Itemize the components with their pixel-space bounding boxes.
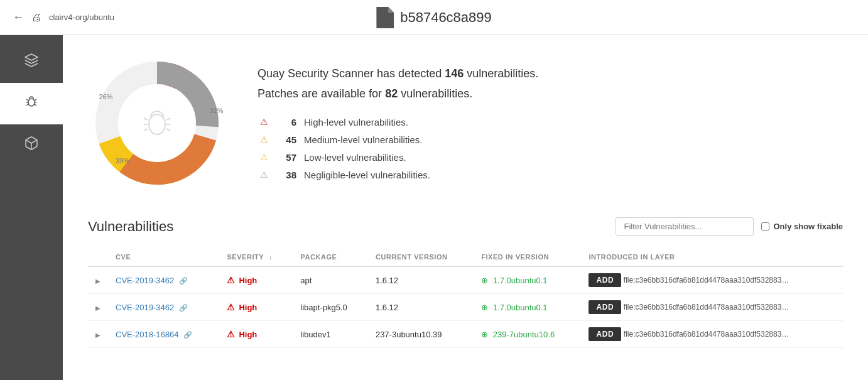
- level-row-high: ⚠ 6 High-level vulnerabilities.: [258, 116, 843, 128]
- fixed-version-link[interactable]: 239-7ubuntu10.6: [493, 330, 555, 339]
- layer-text: file:c3e6bb316dfa6b81dd4478aaa310df53288…: [624, 303, 789, 312]
- expand-arrow[interactable]: ▶: [95, 305, 100, 312]
- header: ← 🖨 clairv4-org/ubuntu b58746c8a899: [0, 0, 868, 35]
- layers-icon: [24, 53, 39, 72]
- fixable-checkbox[interactable]: [761, 222, 769, 231]
- col-introduced-layer: INTRODUCED IN LAYER: [581, 248, 843, 266]
- chart-label-low: 39%: [116, 157, 129, 165]
- expand-col: [88, 248, 108, 266]
- fixable-count: 82: [385, 87, 398, 100]
- package-cell: libapt-pkg5.0: [293, 294, 368, 321]
- current-version-cell: 1.6.12: [368, 294, 474, 321]
- breadcrumb[interactable]: clairv4-org/ubuntu: [49, 13, 114, 22]
- fixable-vuln-text: Patches are available for 82 vulnerabili…: [258, 87, 843, 100]
- fixed-circle-icon: ⊕: [481, 276, 488, 285]
- expand-arrow[interactable]: ▶: [95, 332, 100, 339]
- severity-warn-icon: ⚠: [227, 302, 235, 312]
- col-severity[interactable]: SEVERITY ↓: [219, 248, 293, 266]
- fixed-circle-icon: ⊕: [481, 303, 488, 312]
- layer-cell: ADD file:c3e6bb316dfa6b81dd4478aaa310df5…: [581, 266, 843, 294]
- expand-cell: ▶: [88, 294, 108, 321]
- cve-cell: CVE-2019-3462 🔗: [108, 266, 219, 294]
- severity-warn-icon: ⚠: [227, 329, 235, 339]
- severity-label: High: [239, 330, 257, 339]
- layer-cell: ADD file:c3e6bb316dfa6b81dd4478aaa310df5…: [581, 321, 843, 348]
- svg-point-13: [119, 85, 195, 161]
- svg-line-5: [26, 104, 28, 106]
- back-button[interactable]: ←: [13, 11, 24, 24]
- svg-point-0: [28, 99, 35, 106]
- main-content: 26% 31% 39% Quay Security Scanner has de…: [63, 35, 868, 380]
- table-head: CVE SEVERITY ↓ PACKAGE CURRENT VERSION F…: [88, 248, 843, 266]
- table-row: ▶ CVE-2019-3462 🔗 ⚠ High libapt-pkg5.0: [88, 294, 843, 321]
- severity-label: High: [239, 276, 257, 285]
- vulnerabilities-table: CVE SEVERITY ↓ PACKAGE CURRENT VERSION F…: [88, 248, 843, 348]
- summary-section: 26% 31% 39% Quay Security Scanner has de…: [88, 54, 843, 192]
- printer-icon[interactable]: 🖨: [31, 12, 41, 23]
- donut-chart: 26% 31% 39%: [88, 54, 226, 192]
- fixed-circle-icon: ⊕: [481, 330, 488, 339]
- table-row: ▶ CVE-2018-16864 🔗 ⚠ High libudev1: [88, 321, 843, 348]
- package-icon: [24, 136, 39, 155]
- table-header-area: Vulnerabilities Only show fixable: [88, 217, 843, 236]
- medium-count: 45: [278, 134, 296, 145]
- cve-cell: CVE-2019-3462 🔗: [108, 294, 219, 321]
- external-link-icon[interactable]: 🔗: [179, 277, 188, 285]
- fixed-version-link[interactable]: 1.7.0ubuntu0.1: [493, 303, 548, 312]
- vulnerabilities-title: Vulnerabilities: [88, 219, 173, 235]
- sidebar-item-packages[interactable]: [0, 124, 63, 166]
- fixed-version-link[interactable]: 1.7.0ubuntu0.1: [493, 276, 548, 285]
- cve-cell: CVE-2018-16864 🔗: [108, 321, 219, 348]
- sidebar-item-layers[interactable]: [0, 41, 63, 83]
- layer-cell: ADD file:c3e6bb316dfa6b81dd4478aaa310df5…: [581, 294, 843, 321]
- total-count: 146: [445, 67, 464, 80]
- svg-line-2: [35, 99, 36, 100]
- high-label: High-level vulnerabilities.: [304, 117, 408, 128]
- severity-badge-high: ⚠ High: [227, 275, 285, 285]
- negligible-count: 38: [278, 170, 296, 180]
- low-label: Low-level vulnerabilities.: [304, 152, 406, 163]
- chart-label-negligible: 26%: [99, 93, 113, 100]
- severity-cell: ⚠ High: [219, 294, 293, 321]
- external-link-icon[interactable]: 🔗: [179, 304, 188, 312]
- sidebar: [0, 35, 63, 380]
- negligible-label: Negligible-level vulnerabilities.: [304, 170, 430, 180]
- add-button[interactable]: ADD: [589, 273, 621, 287]
- add-button[interactable]: ADD: [589, 327, 621, 341]
- expand-arrow[interactable]: ▶: [95, 278, 100, 285]
- medium-label: Medium-level vulnerabilities.: [304, 134, 422, 145]
- filter-input[interactable]: [616, 217, 754, 236]
- bug-icon: [24, 94, 39, 113]
- negligible-warning-icon: ⚠: [258, 168, 270, 181]
- col-fixed-version: FIXED IN VERSION: [474, 248, 581, 266]
- severity-cell: ⚠ High: [219, 321, 293, 348]
- header-nav: ← 🖨 clairv4-org/ubuntu: [13, 11, 114, 24]
- cve-link[interactable]: CVE-2019-3462: [116, 303, 174, 312]
- page-title: b58746c8a899: [400, 9, 492, 26]
- expand-cell: ▶: [88, 266, 108, 294]
- current-version-cell: 237-3ubuntu10.39: [368, 321, 474, 348]
- low-warning-icon: ⚠: [258, 151, 270, 163]
- file-icon: [376, 7, 394, 28]
- cve-link[interactable]: CVE-2019-3462: [116, 276, 174, 285]
- severity-badge-high: ⚠ High: [227, 302, 285, 312]
- cve-link[interactable]: CVE-2018-16864: [116, 330, 178, 339]
- fixed-version-cell: ⊕ 1.7.0ubuntu0.1: [474, 294, 581, 321]
- fixed-version-cell: ⊕ 1.7.0ubuntu0.1: [474, 266, 581, 294]
- col-cve: CVE: [108, 248, 219, 266]
- external-link-icon[interactable]: 🔗: [183, 331, 192, 339]
- table-header-row: CVE SEVERITY ↓ PACKAGE CURRENT VERSION F…: [88, 248, 843, 266]
- chart-label-medium: 31%: [210, 107, 224, 114]
- filter-area: Only show fixable: [616, 217, 843, 236]
- medium-warning-icon: ⚠: [258, 133, 270, 146]
- layer-text: file:c3e6bb316dfa6b81dd4478aaa310df53288…: [624, 276, 789, 285]
- fixed-version-cell: ⊕ 239-7ubuntu10.6: [474, 321, 581, 348]
- vulnerabilities-table-section: Vulnerabilities Only show fixable CVE SE…: [88, 217, 843, 348]
- severity-label: High: [239, 303, 257, 312]
- app-layout: 26% 31% 39% Quay Security Scanner has de…: [0, 35, 868, 380]
- sidebar-item-vulnerabilities[interactable]: [0, 83, 63, 124]
- col-current-version: CURRENT VERSION: [368, 248, 474, 266]
- total-vuln-text: Quay Security Scanner has detected 146 v…: [258, 65, 843, 82]
- add-button[interactable]: ADD: [589, 300, 621, 314]
- vulnerability-summary: Quay Security Scanner has detected 146 v…: [258, 65, 843, 181]
